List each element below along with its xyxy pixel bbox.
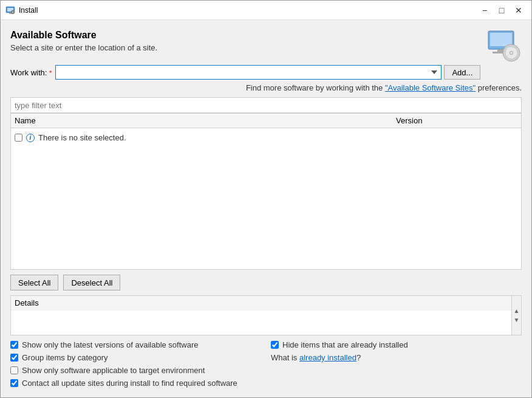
svg-rect-6 [490,33,512,46]
work-with-select[interactable] [55,65,442,80]
page-subtitle: Select a site or enter the location of a… [10,43,476,52]
option-checkbox-contact-sites[interactable] [10,379,18,387]
no-site-message: There is no site selected. [38,133,126,142]
option-label-what-is: What is already installed? [271,353,361,362]
install-window: Install − □ ✕ Available Software Select … [0,0,532,398]
option-label-group-category: Group items by category [22,353,108,362]
details-section: Details ▲ ▼ [10,295,522,335]
option-checkbox-target-env[interactable] [10,366,18,374]
find-more-text: Find more software by working with the "… [10,83,522,92]
svg-point-12 [511,52,513,54]
add-button[interactable]: Add... [444,65,480,80]
option-row-target-env: Show only software applicable to target … [10,366,261,375]
already-installed-link[interactable]: already installed [299,353,356,362]
content-area: Available Software Select a site or ente… [1,20,531,397]
option-label-1: Show only the latest versions of availab… [22,340,199,349]
work-with-input-container: Add... [55,65,480,80]
option-checkbox-hide-installed[interactable] [271,341,279,349]
details-header: Details [11,296,521,311]
col-name-header: Name [15,116,396,125]
software-table: Name Version i There is no site selected… [10,113,522,270]
options-section: Show only the latest versions of availab… [10,340,522,388]
option-row-contact-sites: Contact all update sites during install … [10,379,261,388]
main-layout: Available Software Select a site or ente… [10,30,522,388]
table-body: i There is no site selected. [11,128,521,269]
title-bar: Install − □ ✕ [1,1,531,20]
window-icon [5,5,15,15]
maximize-button[interactable]: □ [494,4,510,17]
option-row-1: Show only the latest versions of availab… [10,340,261,349]
available-software-sites-link[interactable]: "Available Software Sites" [385,83,476,92]
option-label-contact-sites: Contact all update sites during install … [22,379,237,388]
row-checkbox[interactable] [15,134,22,142]
scroll-up-icon[interactable]: ▲ [514,307,520,314]
option-label-hide-installed: Hide items that are already installed [282,340,408,349]
option-row-group-category: Group items by category [10,353,261,362]
details-scrollbar: ▲ ▼ [511,296,521,335]
select-all-button[interactable]: Select All [10,275,58,290]
window-controls: − □ ✕ [477,4,527,17]
header-left: Available Software Select a site or ente… [10,30,476,62]
scroll-down-icon[interactable]: ▼ [514,317,520,323]
option-row-what-is-installed: What is already installed? [271,353,522,362]
info-icon: i [26,134,35,142]
col-version-header: Version [396,116,517,125]
header-section: Available Software Select a site or ente… [10,30,522,65]
work-with-row: Work with: * Add... [10,65,522,80]
svg-point-4 [12,12,13,13]
deselect-all-button[interactable]: Deselect All [63,275,120,290]
option-row-empty [271,366,522,375]
option-checkbox-group-category[interactable] [10,354,18,362]
header-right [485,30,522,65]
minimize-button[interactable]: − [477,4,493,17]
table-header: Name Version [11,114,521,128]
details-body [11,311,521,335]
option-checkbox-1[interactable] [10,341,18,349]
required-asterisk: * [49,69,52,77]
option-row-hide-installed: Hide items that are already installed [271,340,522,349]
select-buttons-row: Select All Deselect All [10,270,522,295]
work-with-label: Work with: * [10,68,52,77]
cd-monitor-icon [485,30,522,63]
filter-input[interactable] [10,97,522,113]
window-title: Install [19,6,477,15]
close-button[interactable]: ✕ [511,4,527,17]
table-row: i There is no site selected. [15,131,517,145]
page-title: Available Software [10,30,476,41]
option-label-target-env: Show only software applicable to target … [22,366,205,375]
